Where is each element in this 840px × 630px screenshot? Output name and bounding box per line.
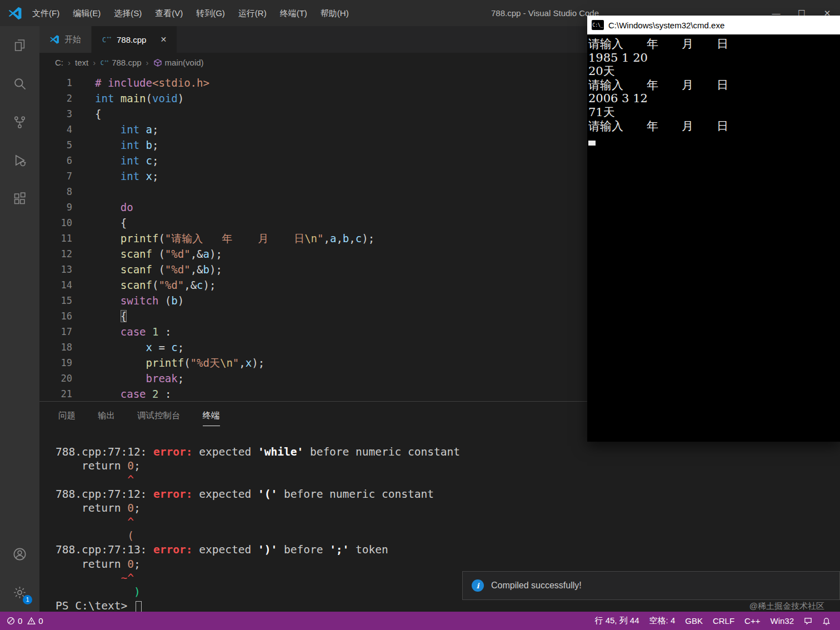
- breadcrumb-label: main(void): [165, 58, 204, 67]
- line-number: 21: [39, 386, 72, 401]
- panel-tab-debug-console[interactable]: 调试控制台: [137, 410, 181, 426]
- panel-tab-terminal[interactable]: 终端: [203, 410, 220, 426]
- terminal-line: return 0;: [56, 557, 840, 571]
- menu-item[interactable]: 终端(T): [273, 0, 314, 26]
- chevron-right-icon: ›: [146, 58, 149, 67]
- cmd-title-bar[interactable]: C:\_ C:\Windows\system32\cmd.exe: [587, 16, 840, 34]
- search-icon: [12, 76, 27, 91]
- menu-item[interactable]: 选择(S): [107, 0, 148, 26]
- status-item[interactable]: Win32: [765, 616, 799, 626]
- code-text: # include<stdio.h>: [72, 75, 209, 91]
- terminal-line: 788.cpp:77:12: error: expected '(' befor…: [56, 487, 840, 501]
- code-text: int a;: [72, 122, 158, 137]
- feedback-button[interactable]: [799, 617, 817, 625]
- menu-item[interactable]: 文件(F): [26, 0, 66, 26]
- terminal-line: PS C:\text>: [56, 599, 840, 613]
- notification-toast[interactable]: i Compiled successfully!: [462, 571, 840, 600]
- line-number: 5: [39, 137, 72, 153]
- breadcrumb-label: text: [75, 58, 88, 67]
- menu-item[interactable]: 转到(G): [189, 0, 232, 26]
- explorer-button[interactable]: [0, 26, 39, 64]
- cpp-icon: C++: [100, 58, 109, 67]
- tab-start[interactable]: 开始: [39, 26, 92, 53]
- code-text: case 1 :: [72, 324, 171, 339]
- close-icon[interactable]: ✕: [160, 35, 167, 44]
- breadcrumb-item[interactable]: C:: [55, 58, 63, 67]
- line-number: 1: [39, 75, 72, 91]
- terminal-cursor: [136, 601, 142, 612]
- activity-bar-top: [0, 26, 39, 218]
- terminal-line: 788.cpp:77:13: error: expected ')' befor…: [56, 543, 840, 557]
- info-icon: i: [472, 579, 484, 592]
- bell-button[interactable]: [817, 617, 836, 625]
- terminal-line: 788.cpp:77:12: error: expected 'while' b…: [56, 445, 840, 459]
- status-item[interactable]: 行 45, 列 44: [590, 616, 644, 626]
- status-item[interactable]: 空格: 4: [644, 616, 681, 626]
- cmd-icon: C:\_: [592, 20, 604, 30]
- error-count: 0: [18, 616, 24, 626]
- breadcrumb-item[interactable]: main(void): [153, 58, 204, 67]
- settings-button[interactable]: 1: [0, 573, 39, 612]
- terminal-line: ^: [56, 473, 840, 487]
- cmd-line: 1985 1 20: [588, 51, 840, 65]
- line-number: 2: [39, 91, 72, 106]
- cpp-icon: C++: [102, 34, 112, 44]
- line-number: 17: [39, 324, 72, 339]
- code-text: [72, 184, 95, 199]
- source-control-button[interactable]: [0, 103, 39, 141]
- line-number: 6: [39, 153, 72, 168]
- tab-788-cpp[interactable]: C++788.cpp✕: [92, 26, 177, 53]
- svg-text:C: C: [101, 59, 104, 66]
- status-item[interactable]: GBK: [680, 616, 708, 626]
- menu-item[interactable]: 帮助(H): [314, 0, 356, 26]
- warnings-icon: [27, 617, 36, 625]
- run-debug-button[interactable]: [0, 141, 39, 179]
- settings-badge: 1: [23, 595, 32, 604]
- cmd-line: 20天: [588, 64, 840, 78]
- status-item[interactable]: CRLF: [708, 616, 739, 626]
- line-number: 7: [39, 168, 72, 184]
- menu-item[interactable]: 运行(R): [232, 0, 273, 26]
- code-text: printf("请输入 年 月 日\n",a,b,c);: [72, 231, 374, 246]
- line-number: 9: [39, 199, 72, 215]
- code-text: {: [72, 215, 127, 231]
- line-number: 11: [39, 231, 72, 246]
- toast-message: Compiled successfully!: [491, 581, 582, 591]
- panel-tab-problems[interactable]: 问题: [58, 410, 76, 426]
- code-text: int b;: [72, 137, 158, 153]
- run-debug-icon: [12, 153, 27, 168]
- extensions-button[interactable]: [0, 179, 39, 218]
- line-number: 19: [39, 355, 72, 371]
- line-number: 3: [39, 106, 72, 122]
- feedback-icon: [804, 617, 812, 625]
- cmd-title: C:\Windows\system32\cmd.exe: [608, 21, 724, 30]
- line-number: 15: [39, 293, 72, 308]
- cmd-line: 请输入 年 月 日: [588, 119, 840, 133]
- line-number: 18: [39, 339, 72, 355]
- status-item[interactable]: C++: [739, 616, 765, 626]
- breadcrumb-item[interactable]: text: [75, 58, 88, 67]
- code-text: scanf ("%d",&a);: [72, 246, 222, 262]
- menu-item[interactable]: 编辑(E): [66, 0, 107, 26]
- code-text: {: [72, 308, 127, 324]
- code-text: {: [72, 106, 101, 122]
- cmd-console[interactable]: 请输入 年 月 日1985 1 2020天请输入 年 月 日2006 3 127…: [587, 34, 840, 442]
- problems-indicator[interactable]: 0 0: [0, 616, 46, 626]
- search-button[interactable]: [0, 64, 39, 103]
- line-number: 16: [39, 308, 72, 324]
- vscode-logo-icon: [8, 6, 22, 21]
- menu-item[interactable]: 查看(V): [148, 0, 189, 26]
- vscode-logo-icon: [49, 34, 59, 44]
- terminal-line: return 0;: [56, 459, 840, 473]
- code-text: int c;: [72, 153, 158, 168]
- panel-tab-output[interactable]: 输出: [98, 410, 115, 426]
- bell-icon: [822, 617, 831, 625]
- warning-count: 0: [38, 616, 45, 626]
- chevron-right-icon: ›: [93, 58, 96, 67]
- watermark: @稀土掘金技术社区: [749, 601, 824, 612]
- code-text: int x;: [72, 168, 158, 184]
- breadcrumb-item[interactable]: C++788.cpp: [100, 58, 141, 67]
- source-control-icon: [12, 114, 27, 129]
- cmd-window[interactable]: C:\_ C:\Windows\system32\cmd.exe 请输入 年 月…: [587, 16, 840, 442]
- account-button[interactable]: [0, 535, 39, 573]
